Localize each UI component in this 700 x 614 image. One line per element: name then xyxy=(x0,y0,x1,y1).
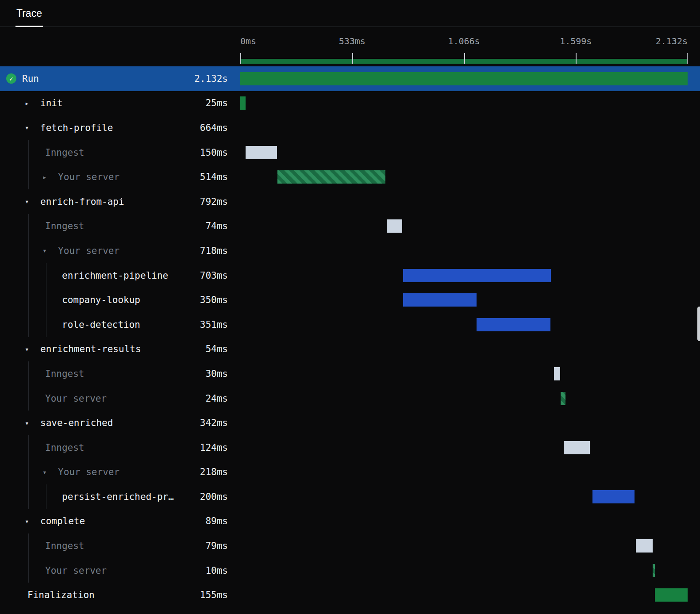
span-row-left[interactable]: Finalization 155ms xyxy=(0,583,240,607)
span-bar-blue[interactable] xyxy=(592,490,635,503)
span-row-left[interactable]: role-detection 351ms xyxy=(0,312,240,337)
span-bar-blue[interactable] xyxy=(403,269,550,282)
span-bar-gray[interactable] xyxy=(387,219,402,233)
tree-guide-line xyxy=(28,263,29,288)
trace-row-enrich-inngest[interactable]: Inngest 74ms xyxy=(0,214,700,239)
span-timeline-inner xyxy=(240,337,688,362)
span-bar-hatch[interactable] xyxy=(561,392,565,405)
chevron-down-icon[interactable]: ▾ xyxy=(25,345,35,353)
span-row-left[interactable]: ▾ fetch-profile 664ms xyxy=(0,115,240,140)
span-duration: 24ms xyxy=(205,393,228,404)
span-bar-gray[interactable] xyxy=(564,441,590,454)
timeline-ruler[interactable] xyxy=(240,53,688,64)
span-timeline xyxy=(240,312,700,337)
span-bar-hatch[interactable] xyxy=(653,564,655,577)
span-row-left[interactable]: ▾ Your server 218ms xyxy=(0,460,240,485)
span-bar-green[interactable] xyxy=(240,96,246,110)
span-row-left[interactable]: ▾ Your server 718ms xyxy=(0,238,240,263)
trace-row-fetch-profile-server[interactable]: ▸ Your server 514ms xyxy=(0,165,700,189)
span-row-left[interactable]: company-lookup 350ms xyxy=(0,288,240,312)
trace-row-complete-inngest[interactable]: Inngest 79ms xyxy=(0,533,700,558)
tree-guide-line xyxy=(28,312,29,337)
span-timeline xyxy=(240,337,700,362)
span-timeline xyxy=(240,583,700,607)
span-timeline xyxy=(240,533,700,558)
span-bar-gray[interactable] xyxy=(554,367,560,380)
trace-row-results-server[interactable]: Your server 24ms xyxy=(0,386,700,411)
span-bar-gray[interactable] xyxy=(246,146,277,159)
span-bar-green[interactable] xyxy=(655,588,688,602)
chevron-down-icon[interactable]: ▾ xyxy=(42,246,52,255)
trace-row-role-detection[interactable]: role-detection 351ms xyxy=(0,312,700,337)
tab-trace[interactable]: Trace xyxy=(15,0,43,27)
chevron-right-icon[interactable]: ▸ xyxy=(25,99,35,107)
timeline-tick-label: 0ms xyxy=(240,36,256,46)
span-row-left[interactable]: ▾ complete 89ms xyxy=(0,509,240,534)
success-check-icon: ✓ xyxy=(6,73,16,84)
span-row-left[interactable]: enrichment-pipeline 703ms xyxy=(0,263,240,288)
trace-row-enrich-from-api[interactable]: ▾ enrich-from-api 792ms xyxy=(0,189,700,214)
trace-row-enrich-server[interactable]: ▾ Your server 718ms xyxy=(0,238,700,263)
span-bar-blue[interactable] xyxy=(403,293,477,307)
trace-row-save-enriched[interactable]: ▾ save-enriched 342ms xyxy=(0,411,700,435)
span-row-left[interactable]: ▸ Your server 514ms xyxy=(0,165,240,189)
span-name: Inngest xyxy=(45,368,85,379)
span-bar-gray[interactable] xyxy=(636,539,652,553)
span-row-left[interactable]: Inngest 79ms xyxy=(0,533,240,558)
span-row-left[interactable]: Inngest 124ms xyxy=(0,435,240,460)
trace-row-save-inngest[interactable]: Inngest 124ms xyxy=(0,435,700,460)
vertical-scrollbar-thumb[interactable] xyxy=(697,307,700,341)
trace-row-fetch-profile-inngest[interactable]: Inngest 150ms xyxy=(0,140,700,165)
span-timeline-inner xyxy=(240,288,688,312)
span-duration: 155ms xyxy=(200,590,228,600)
trace-row-results-inngest[interactable]: Inngest 30ms xyxy=(0,361,700,386)
chevron-down-icon[interactable]: ▾ xyxy=(25,197,35,206)
span-bar-green[interactable] xyxy=(240,72,688,85)
trace-row-company-lookup[interactable]: company-lookup 350ms xyxy=(0,288,700,312)
span-bar-hatch[interactable] xyxy=(277,170,385,184)
span-row-left[interactable]: persist-enriched-pr… 200ms xyxy=(0,484,240,509)
span-name: Your server xyxy=(45,565,107,576)
span-row-left[interactable]: ✓ Run 2.132s xyxy=(0,66,240,91)
trace-row-complete-server[interactable]: Your server 10ms xyxy=(0,558,700,583)
span-name: role-detection xyxy=(62,319,140,330)
trace-row-enrichment-pipeline[interactable]: enrichment-pipeline 703ms xyxy=(0,263,700,288)
span-timeline xyxy=(240,140,700,165)
span-row-left[interactable]: ▾ enrich-from-api 792ms xyxy=(0,189,240,214)
timeline-tick-label: 1.599s xyxy=(560,36,592,46)
span-row-left[interactable]: ▾ enrichment-results 54ms xyxy=(0,337,240,362)
span-row-left[interactable]: Inngest 150ms xyxy=(0,140,240,165)
span-bar-blue[interactable] xyxy=(477,318,550,331)
trace-row-enrichment-results[interactable]: ▾ enrichment-results 54ms xyxy=(0,337,700,362)
trace-row-init[interactable]: ▸ init 25ms xyxy=(0,91,700,116)
span-timeline-inner xyxy=(240,165,688,189)
span-timeline-inner xyxy=(240,140,688,165)
trace-row-run[interactable]: ✓ Run 2.132s xyxy=(0,66,700,91)
trace-row-complete[interactable]: ▾ complete 89ms xyxy=(0,509,700,534)
trace-row-finalization[interactable]: Finalization 155ms xyxy=(0,583,700,607)
trace-row-persist-enriched[interactable]: persist-enriched-pr… 200ms xyxy=(0,484,700,509)
span-row-left[interactable]: ▸ init 25ms xyxy=(0,91,240,116)
span-timeline-inner xyxy=(240,583,688,607)
span-row-left[interactable]: Your server 24ms xyxy=(0,386,240,411)
span-name: fetch-profile xyxy=(40,123,113,133)
timeline-header-inner: 0ms533ms1.066s1.599s2.132s xyxy=(240,27,688,66)
span-duration: 514ms xyxy=(200,172,228,182)
chevron-down-icon[interactable]: ▾ xyxy=(42,468,52,476)
span-name: init xyxy=(40,98,63,108)
span-timeline xyxy=(240,411,700,435)
tree-guide-line xyxy=(28,214,29,239)
span-row-left[interactable]: Your server 10ms xyxy=(0,558,240,583)
span-row-left[interactable]: Inngest 30ms xyxy=(0,361,240,386)
span-duration: 74ms xyxy=(205,221,228,231)
chevron-down-icon[interactable]: ▾ xyxy=(25,123,35,132)
span-row-left[interactable]: ▾ save-enriched 342ms xyxy=(0,411,240,435)
trace-row-fetch-profile[interactable]: ▾ fetch-profile 664ms xyxy=(0,115,700,140)
timeline-header: 0ms533ms1.066s1.599s2.132s xyxy=(0,27,700,66)
span-row-left[interactable]: Inngest 74ms xyxy=(0,214,240,239)
chevron-down-icon[interactable]: ▾ xyxy=(25,419,35,427)
trace-row-save-server[interactable]: ▾ Your server 218ms xyxy=(0,460,700,485)
chevron-right-icon[interactable]: ▸ xyxy=(42,173,52,181)
chevron-down-icon[interactable]: ▾ xyxy=(25,517,35,526)
span-name: enrichment-results xyxy=(40,344,141,354)
